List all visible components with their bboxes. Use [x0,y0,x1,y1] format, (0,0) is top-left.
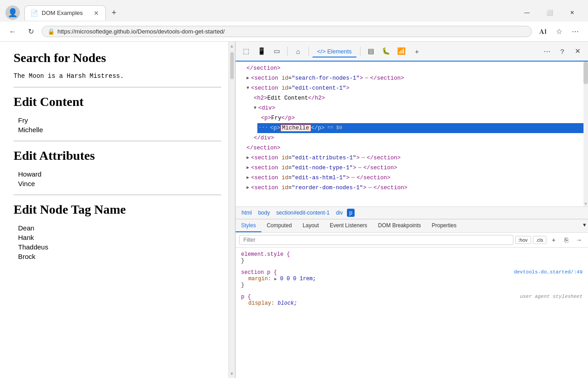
add-style-button[interactable]: + [548,234,559,245]
panel-layout-button[interactable]: ▭ [270,44,284,58]
dom-p-close: </p> [281,114,295,123]
expand-icon[interactable]: ▶ [247,164,249,172]
device-emulation-button[interactable]: 📱 [255,44,268,58]
dom-line[interactable]: ▼ <div> [250,103,588,113]
dom-section-close: </section> [367,153,401,163]
inspect-element-button[interactable]: ⬚ [239,44,253,58]
browser-tab-active[interactable]: 📄 DOM Examples ✕ [24,5,106,20]
dom-line[interactable]: </section> [243,63,588,73]
css-close-brace: } [241,258,244,264]
section4-name-dean: Dean [14,224,221,232]
breadcrumb-div[interactable]: div [334,209,345,217]
dom-tag: </section> [247,64,280,73]
webpage-scrollbar[interactable]: ▲ ▼ [228,42,235,378]
lock-icon: 🔒 [47,28,55,35]
breadcrumb-html[interactable]: html [239,209,254,217]
url-box[interactable]: 🔒 https://microsoftedge.github.io/Demos/… [42,26,532,37]
favorites-button[interactable]: ☆ [552,24,566,39]
ellipsis: ⋯ [358,163,362,172]
window-controls: — ⬜ ✕ [517,5,583,20]
dom-line[interactable]: ▶ <section id="search-for-nodes-1"> ⋯ </… [243,73,588,83]
hov-button[interactable]: :hov [515,236,531,244]
tab-close-button[interactable]: ✕ [93,9,100,18]
browser-chrome: 👤 📄 DOM Examples ✕ + — ⬜ ✕ ← ↻ 🔒 https:/… [0,0,588,42]
dom-line[interactable]: </div> [250,133,588,143]
more-tools-button[interactable]: ⋯ [540,44,554,58]
css-property-display: display: block; [248,300,297,306]
styles-tab-computed[interactable]: Computed [261,220,297,232]
styles-tab-layout[interactable]: Layout [297,220,324,232]
close-devtools-button[interactable]: ✕ [571,44,584,58]
toolbar-divider [287,47,288,56]
dom-line[interactable]: ▶ <section id="edit-node-type-1"> ⋯ </se… [243,163,588,173]
dom-line-selected[interactable]: ··· <p>Michelle</p> == $0 [257,123,588,133]
css-close-brace-2: } [241,282,244,288]
help-button[interactable]: ? [555,44,569,58]
settings-button[interactable]: ⋯ [568,24,583,39]
debug-button[interactable]: 🐛 [379,44,393,58]
expand-icon[interactable]: ▶ [247,184,249,191]
styles-tab-event-listeners[interactable]: Event Listeners [324,220,373,232]
dom-line[interactable]: <p>Fry</p> [257,113,588,123]
add-tool-button[interactable]: + [410,44,424,58]
styles-tab-dom-breakpoints[interactable]: DOM Breakpoints [373,220,427,232]
section2-heading: Edit Content [14,95,221,109]
new-tab-button[interactable]: + [107,6,121,20]
breadcrumb-body[interactable]: body [256,209,272,217]
copy-styles-button[interactable]: ⎘ [561,234,572,245]
styles-tab-styles[interactable]: Styles [236,220,261,232]
breadcrumb: html body section#edit-content-1 div p [236,206,588,219]
ellipsis: ⋯ [361,153,365,163]
reload-button[interactable]: ↻ [24,24,38,39]
close-window-button[interactable]: ✕ [562,5,583,20]
tab-elements[interactable]: </> Elements [313,46,356,57]
css-property-margin: margin: ▶ 0 0 0 1rem; [248,276,316,282]
styles-filter-input[interactable] [239,235,513,245]
title-bar-left: 👤 📄 DOM Examples ✕ + [5,5,121,20]
read-aloud-button[interactable]: 𝐀𝗜 [536,24,550,39]
home-button[interactable]: ⌂ [291,44,305,58]
elements-scrollbar[interactable]: ▼ [583,62,588,206]
styles-chevron-down-icon[interactable]: ▾ [581,220,588,232]
tab-title: DOM Examples [42,10,83,16]
network-button[interactable]: 📶 [395,44,408,58]
expand-icon[interactable]: ▶ [247,75,249,82]
elements-panel: </section> ▶ <section id="search-for-nod… [236,62,588,206]
dom-line[interactable]: ▶ <section id="edit-as-html-1"> ⋯ </sect… [243,173,588,183]
dom-tag-open: <section id="edit-content-1"> [251,84,350,93]
divider-2 [14,141,221,141]
section1-heading: Search for Nodes [14,51,221,65]
console-button[interactable]: ▤ [364,44,378,58]
collapse-div-icon[interactable]: ▼ [254,105,256,112]
minimize-button[interactable]: — [517,5,537,20]
devtools-toolbar: ⬚ 📱 ▭ ⌂ </> Elements ▤ 🐛 📶 + ⋯ ? ✕ [236,42,588,62]
css-block-p-user-agent: p { user agent stylesheet display: block… [241,294,583,306]
section4-name-thaddeus: Thaddeus [14,243,221,251]
dom-line[interactable]: ▼ <section id="edit-content-1"> [243,83,588,93]
breadcrumb-p[interactable]: p [347,209,355,217]
back-button[interactable]: ← [5,24,20,39]
maximize-button[interactable]: ⬜ [539,5,560,20]
toggle-sidebar-button[interactable]: → [574,234,584,245]
expand-icon[interactable]: ▶ [247,154,249,162]
dom-tag-close: </section> [370,74,404,83]
css-source-link[interactable]: devtools-do…started/:49 [514,269,583,275]
styles-content: element.style { } section p { devtools-d… [236,248,588,350]
dom-line[interactable]: </section> [243,143,588,153]
collapse-icon[interactable]: ▼ [247,85,249,92]
section3-heading: Edit Attributes [14,148,221,163]
dom-section-close: </section> [374,183,408,192]
styles-panel: Styles Computed Layout Event Listeners D… [236,219,588,350]
ellipsis: ⋯ [365,74,369,83]
cls-button[interactable]: .cls [533,236,547,244]
dom-line[interactable]: ▶ <section id="edit-attributes-1"> ⋯ </s… [243,153,588,163]
dom-p-selected: <p>Michelle</p> [270,124,325,133]
url-text: https://microsoftedge.github.io/Demos/de… [57,28,225,35]
ellipsis: ⋯ [368,183,372,192]
dom-line[interactable]: ▶ <section id="reorder-dom-nodes-1"> ⋯ <… [243,183,588,193]
expand-icon[interactable]: ▶ [247,174,249,182]
dom-line[interactable]: <h2>Edit Content</h2> [250,93,588,103]
breadcrumb-section[interactable]: section#edit-content-1 [274,209,332,217]
styles-tab-properties[interactable]: Properties [427,220,462,232]
highlighted-michelle: Michelle [280,124,311,132]
